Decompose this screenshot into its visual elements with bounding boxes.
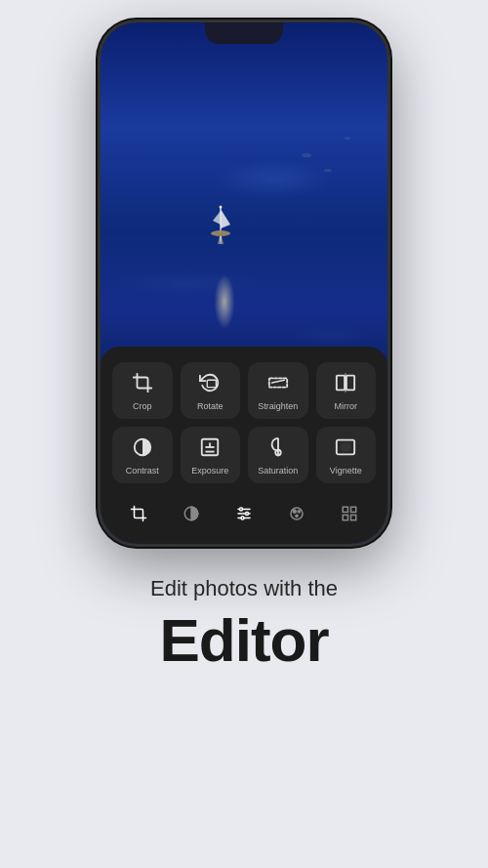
main-content: Edit photos with the Editor xyxy=(131,576,357,675)
distant-boat-2 xyxy=(324,169,332,172)
bottom-adjust-icon[interactable] xyxy=(231,501,257,530)
rotate-label: Rotate xyxy=(197,401,224,411)
exposure-icon xyxy=(199,436,221,461)
svg-point-30 xyxy=(241,517,244,519)
svg-point-4 xyxy=(220,205,223,208)
editor-panel: Crop Rotate xyxy=(101,347,387,544)
saturation-icon xyxy=(267,436,289,461)
contrast-label: Contrast xyxy=(126,466,159,475)
bottom-filter-icon[interactable] xyxy=(179,501,204,530)
mirror-tool[interactable]: Mirror xyxy=(316,362,377,419)
bottom-grid-icon[interactable] xyxy=(337,501,362,530)
main-title: Editor xyxy=(150,605,338,675)
svg-rect-11 xyxy=(337,376,345,391)
straighten-tool[interactable]: Straighten xyxy=(248,362,308,419)
svg-line-10 xyxy=(271,380,284,383)
svg-point-32 xyxy=(293,510,296,513)
rotate-tool[interactable]: Rotate xyxy=(181,362,241,419)
svg-point-23 xyxy=(341,442,351,451)
svg-marker-2 xyxy=(213,211,221,225)
svg-point-31 xyxy=(291,508,303,519)
crop-icon xyxy=(132,372,153,396)
svg-point-34 xyxy=(296,515,298,517)
bottom-paint-icon[interactable] xyxy=(284,501,309,530)
mirror-icon xyxy=(335,372,356,396)
svg-rect-37 xyxy=(343,516,347,520)
vignette-label: Vignette xyxy=(330,466,362,475)
subtitle: Edit photos with the xyxy=(150,576,338,601)
phone-notch xyxy=(205,22,283,44)
saturation-label: Saturation xyxy=(258,466,298,475)
editor-bottom-bar xyxy=(112,495,376,532)
svg-rect-35 xyxy=(343,507,347,512)
crop-label: Crop xyxy=(133,401,152,411)
vignette-icon xyxy=(335,436,356,461)
exposure-label: Exposure xyxy=(191,466,228,475)
mirror-label: Mirror xyxy=(335,401,358,411)
phone-mockup: Crop Rotate xyxy=(98,20,390,547)
crop-tool[interactable]: Crop xyxy=(112,362,173,419)
svg-rect-8 xyxy=(208,380,217,387)
rotate-icon xyxy=(199,372,221,396)
sailboat xyxy=(209,205,232,244)
svg-point-28 xyxy=(240,508,243,511)
exposure-tool[interactable]: Exposure xyxy=(181,427,241,483)
phone-frame: Crop Rotate xyxy=(98,20,390,547)
contrast-tool[interactable]: Contrast xyxy=(112,427,173,483)
phone-screen: Crop Rotate xyxy=(101,22,387,544)
svg-marker-1 xyxy=(221,209,230,228)
contrast-icon xyxy=(132,436,153,461)
straighten-icon xyxy=(267,372,289,396)
svg-rect-36 xyxy=(351,507,356,512)
ocean-image: Crop Rotate xyxy=(101,22,387,544)
light-reflection xyxy=(210,272,239,331)
bottom-crop-icon[interactable] xyxy=(126,501,151,530)
distant-boat-3 xyxy=(345,137,350,140)
svg-rect-38 xyxy=(351,516,356,520)
distant-boat-1 xyxy=(302,153,311,157)
svg-point-33 xyxy=(298,511,300,513)
tools-grid: Crop Rotate xyxy=(112,362,376,483)
svg-point-29 xyxy=(246,513,249,516)
saturation-tool[interactable]: Saturation xyxy=(248,427,308,483)
svg-point-3 xyxy=(211,230,230,236)
straighten-label: Straighten xyxy=(258,401,298,411)
vignette-tool[interactable]: Vignette xyxy=(316,427,377,483)
svg-rect-12 xyxy=(346,376,354,391)
